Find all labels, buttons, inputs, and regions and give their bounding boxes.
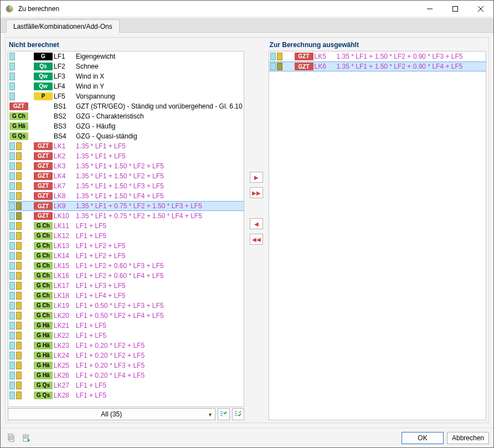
id-cell: LK6 [315, 63, 337, 70]
list-item[interactable]: GZTLK61.35 * LF1 + 1.50 * LF2 + 0.90 * L… [269, 61, 486, 71]
list-item[interactable]: GZTLK11.35 * LF1 + LF5 [8, 141, 244, 151]
type-badge: GZT [34, 152, 53, 160]
list-item[interactable]: PLF5Vorspannung [8, 91, 244, 101]
flags-cell [9, 232, 34, 240]
type-badge: GZT [34, 182, 53, 190]
list-item[interactable]: GZTLK91.35 * LF1 + 0.75 * LF2 + 1.50 * L… [8, 201, 244, 211]
desc-cell: 1.35 * LF1 + 1.50 * LF2 + 0.90 * LF4 + L… [337, 63, 485, 70]
flag-chip [9, 73, 15, 80]
flags-cell [9, 382, 34, 389]
selected-list[interactable]: GZTLK51.35 * LF1 + 1.50 * LF2 + 0.90 * L… [269, 51, 486, 420]
flag-chip [9, 242, 15, 250]
filter-dropdown[interactable]: All (35) ▾ [8, 408, 215, 420]
move-left-button[interactable]: ◀ [250, 218, 263, 229]
desc-cell: 1.35 * LF1 + 0.75 * LF2 + 1.50 * LF4 + L… [76, 212, 243, 220]
list-item[interactable]: GZTLK51.35 * LF1 + 1.50 * LF2 + 0.90 * L… [269, 52, 486, 61]
id-cell: LK1 [54, 142, 76, 150]
desc-cell: LF1 + LF2 + LF5 [76, 242, 243, 250]
svg-rect-16 [24, 438, 28, 439]
uncheck-all-button[interactable] [232, 408, 244, 420]
list-item[interactable]: GZTLK71.35 * LF1 + 1.50 * LF3 + LF5 [8, 181, 244, 191]
list-item[interactable]: G QsLK27LF1 + LF5 [8, 380, 244, 390]
flag-chip [9, 83, 15, 90]
list-item[interactable]: G ChBS2GZG - Charakteristisch [8, 111, 244, 121]
list-item[interactable]: G ChLK19LF1 + 0.50 * LF2 + LF3 + LF5 [8, 301, 244, 311]
id-cell: BS1 [54, 102, 76, 110]
list-item[interactable]: G ChLK13LF1 + LF2 + LF5 [8, 241, 244, 251]
window-minimize-button[interactable] [417, 1, 442, 17]
id-cell: LK23 [54, 342, 76, 349]
list-item[interactable]: G ChLK12LF1 + LF5 [8, 231, 244, 241]
flags-cell [9, 172, 34, 180]
flag-chip [16, 202, 22, 210]
svg-rect-1 [453, 6, 458, 11]
list-item[interactable]: G ChLK15LF1 + LF2 + 0.60 * LF3 + LF5 [8, 261, 244, 271]
desc-cell: GZT (STR/GEO) - Ständig und vorübergehen… [76, 102, 243, 110]
badge-cell: Qw [34, 83, 54, 90]
list-item[interactable]: G ChLK17LF1 + LF3 + LF5 [8, 281, 244, 291]
not-calculated-list[interactable]: GLF1EigengewichtQsLF2SchneeQwLF3Wind in … [8, 51, 244, 407]
badge-cell: G [34, 53, 54, 60]
flag-chip [9, 53, 15, 60]
id-cell: LK15 [54, 262, 76, 270]
flag-chip [9, 152, 15, 160]
minimize-icon [427, 6, 433, 12]
move-all-right-button[interactable]: ▶▶ [250, 187, 263, 198]
check-all-button[interactable] [218, 408, 230, 420]
list-item[interactable]: GZTLK81.35 * LF1 + 1.50 * LF4 + LF5 [8, 191, 244, 201]
list-item[interactable]: GLF1Eigengewicht [8, 52, 244, 61]
badge-cell: G Ch [34, 222, 54, 230]
flag-chip [9, 342, 15, 349]
id-cell: LK19 [54, 302, 76, 310]
paste-button[interactable] [20, 432, 33, 444]
move-right-button[interactable]: ▶ [250, 172, 263, 183]
svg-rect-11 [10, 438, 13, 439]
flag-chip [16, 162, 22, 170]
list-item[interactable]: G HäLK21LF1 + LF5 [8, 321, 244, 331]
list-item[interactable]: G HäLK22LF1 + LF5 [8, 331, 244, 341]
list-item[interactable]: QwLF3Wind in X [8, 71, 244, 81]
list-item[interactable]: QwLF4Wind in Y [8, 81, 244, 91]
list-item[interactable]: G ChLK11LF1 + LF5 [8, 221, 244, 231]
list-item[interactable]: G QsBS4GZG - Quasi-ständig [8, 131, 244, 141]
list-item[interactable]: G HäLK25LF1 + 0.20 * LF3 + LF5 [8, 361, 244, 370]
badge-cell: GZT [34, 152, 54, 160]
list-item[interactable]: G QsLK28LF1 + LF5 [8, 390, 244, 400]
badge-cell: G Ch [34, 282, 54, 290]
flag-chip [277, 53, 282, 60]
list-item[interactable]: G ChLK20LF1 + 0.50 * LF2 + LF4 + LF5 [8, 311, 244, 321]
list-item[interactable]: G ChLK16LF1 + LF2 + 0.60 * LF4 + LF5 [8, 271, 244, 281]
panel-selected: Zur Berechnung ausgewählt GZTLK51.35 * L… [269, 40, 486, 420]
tab-loadcases[interactable]: Lastfälle/Kombinationen/Add-Ons [6, 19, 120, 33]
list-item[interactable]: GZTLK101.35 * LF1 + 0.75 * LF2 + 1.50 * … [8, 211, 244, 221]
list-item[interactable]: GZTLK41.35 * LF1 + 1.50 * LF2 + LF5 [8, 171, 244, 181]
list-item[interactable]: G ChLK14LF1 + LF2 + LF5 [8, 251, 244, 261]
type-badge: G Hä [34, 322, 53, 329]
list-item[interactable]: G HäLK26LF1 + 0.20 * LF4 + LF5 [8, 370, 244, 380]
list-item[interactable]: QsLF2Schnee [8, 61, 244, 71]
ok-button[interactable]: OK [402, 432, 444, 444]
flag-chip [9, 92, 15, 100]
list-item[interactable]: GZTBS1GZT (STR/GEO) - Ständig und vorübe… [8, 101, 244, 111]
titlebar: Zu berechnen [1, 1, 493, 17]
window-close-button[interactable] [468, 1, 493, 17]
list-item[interactable]: GZTLK21.35 * LF1 + LF5 [8, 151, 244, 161]
list-item[interactable]: G ChLK18LF1 + LF4 + LF5 [8, 291, 244, 301]
list-item[interactable]: G HäBS3GZG - Häufig [8, 121, 244, 131]
flags-cell [270, 63, 295, 70]
flag-chip [16, 332, 22, 339]
window-maximize-button[interactable] [442, 1, 468, 17]
copy-button[interactable] [5, 432, 17, 444]
list-item[interactable]: GZTLK31.35 * LF1 + 1.50 * LF2 + LF5 [8, 161, 244, 171]
flags-cell: GZT [9, 102, 34, 110]
move-all-left-button[interactable]: ◀◀ [250, 234, 263, 245]
flags-cell [9, 352, 34, 359]
flags-cell [9, 242, 34, 250]
desc-cell: 1.35 * LF1 + LF5 [76, 142, 243, 150]
type-badge: GZT [34, 192, 53, 200]
flags-cell [9, 262, 34, 270]
list-item[interactable]: G HäLK24LF1 + 0.20 * LF2 + LF5 [8, 351, 244, 361]
desc-cell: LF1 + LF3 + LF5 [76, 282, 243, 290]
cancel-button[interactable]: Abbrechen [447, 432, 489, 444]
list-item[interactable]: G HäLK23LF1 + 0.20 * LF2 + LF5 [8, 341, 244, 351]
